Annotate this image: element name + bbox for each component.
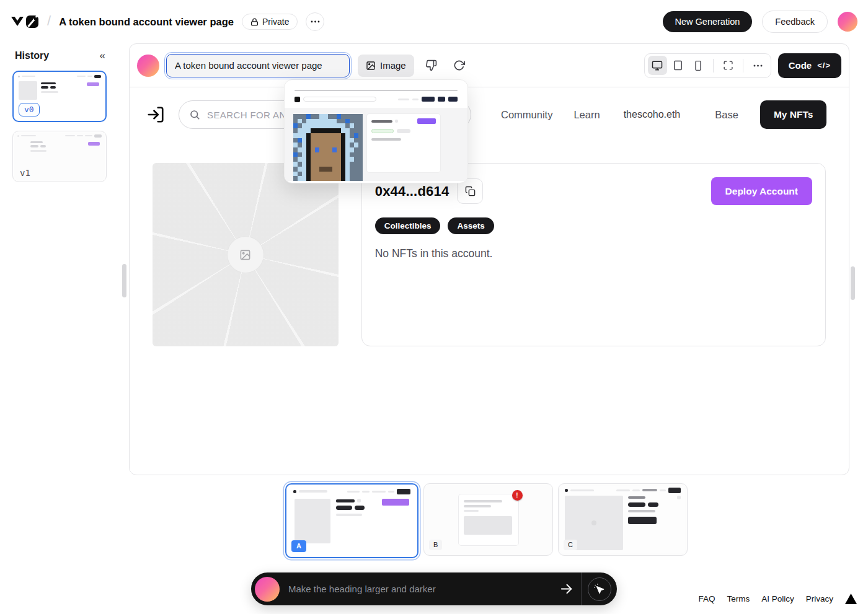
prompt-toolbar: Image xyxy=(130,44,849,87)
user-avatar[interactable] xyxy=(838,12,857,32)
error-badge: ! xyxy=(512,490,523,501)
nft-pixel-art xyxy=(293,114,363,181)
code-brackets-icon: </> xyxy=(817,61,831,70)
mini-logo xyxy=(294,97,300,102)
variant-b-label: B xyxy=(429,540,442,550)
v0-logo[interactable] xyxy=(11,14,39,30)
preview-more-button[interactable] xyxy=(748,56,768,75)
variant-a-label: A xyxy=(291,540,306,552)
chat-input[interactable] xyxy=(280,584,554,594)
desktop-view-button[interactable] xyxy=(648,56,667,75)
history-version-v1[interactable]: v1 xyxy=(12,131,107,182)
footer-ai-policy[interactable]: AI Policy xyxy=(761,594,794,603)
fullscreen-button[interactable] xyxy=(719,56,738,75)
regenerate-button[interactable] xyxy=(449,55,470,76)
image-attachment-button[interactable]: Image xyxy=(358,55,414,77)
footer-terms[interactable]: Terms xyxy=(727,594,750,603)
account-address: 0x44...d614 xyxy=(375,183,450,200)
ellipsis-icon xyxy=(311,20,320,23)
nav-learn[interactable]: Learn xyxy=(574,109,600,121)
tab-collectibles[interactable]: Collectibles xyxy=(375,217,441,234)
generation-panel: Image xyxy=(129,43,849,475)
history-version-v0[interactable]: v0 xyxy=(12,71,107,122)
attachment-mini-navbar xyxy=(294,94,458,104)
copy-icon xyxy=(465,186,476,196)
history-title: History xyxy=(15,50,49,61)
version-badge-v0: v0 xyxy=(19,103,40,116)
cursor-pointer-icon xyxy=(593,583,605,595)
device-toggle-group xyxy=(644,53,771,78)
variant-thumbnails: A ! B xyxy=(285,483,688,558)
variant-a-thumbnail xyxy=(288,486,415,555)
network-selector[interactable]: Base xyxy=(715,109,738,121)
resize-handle-left[interactable] xyxy=(122,264,126,297)
new-generation-button[interactable]: New Generation xyxy=(663,11,753,32)
lock-icon xyxy=(250,18,259,26)
search-icon xyxy=(189,109,200,120)
fullscreen-icon xyxy=(723,60,733,71)
feedback-button[interactable]: Feedback xyxy=(762,11,828,33)
image-icon xyxy=(366,61,376,71)
empty-state-message: No NFTs in this account. xyxy=(375,247,812,260)
prompt-input[interactable] xyxy=(166,54,350,77)
deploy-account-button[interactable]: Deploy Account xyxy=(711,177,812,205)
project-menu-button[interactable] xyxy=(306,12,324,31)
history-sidebar: History « xyxy=(10,50,109,182)
my-nfts-button[interactable]: My NFTs xyxy=(760,100,826,129)
variant-a[interactable]: A xyxy=(285,483,418,558)
prompt-avatar xyxy=(137,55,159,77)
code-button[interactable]: Code </> xyxy=(778,53,841,78)
site-body: 0x44...d614 Deploy Account Collectibles xyxy=(130,163,849,346)
generated-preview: SEARCH FOR AN Community Learn thescoho.e… xyxy=(130,87,849,475)
arrow-right-icon xyxy=(559,582,574,596)
wallet-ens[interactable]: thescoho.eth xyxy=(624,109,681,120)
tab-assets[interactable]: Assets xyxy=(448,217,494,234)
variant-c-thumbnail xyxy=(560,486,685,553)
vercel-logo-icon[interactable] xyxy=(845,594,857,604)
mini-account-card xyxy=(367,114,440,172)
tablet-view-button[interactable] xyxy=(668,56,688,75)
v0-app: / A token bound account viewer page Priv… xyxy=(0,0,868,614)
refresh-icon xyxy=(453,59,465,71)
resize-handle-right[interactable] xyxy=(851,266,855,300)
login-arrow-icon[interactable] xyxy=(146,105,165,124)
privacy-badge[interactable]: Private xyxy=(242,14,298,30)
mobile-view-button[interactable] xyxy=(689,56,708,75)
mini-search xyxy=(303,97,376,102)
footer-links: FAQ Terms AI Policy Privacy xyxy=(698,594,857,604)
thumbs-down-icon xyxy=(425,59,437,71)
variant-c[interactable]: C xyxy=(558,483,688,556)
ellipsis-icon xyxy=(753,64,763,67)
collapse-sidebar-icon[interactable]: « xyxy=(100,50,105,62)
account-card: 0x44...d614 Deploy Account Collectibles xyxy=(361,163,826,346)
chat-bar xyxy=(251,572,617,605)
variant-c-label: C xyxy=(564,540,577,550)
monitor-icon xyxy=(652,60,663,71)
attachment-mini-content xyxy=(285,108,467,181)
nft-image-placeholder xyxy=(153,163,339,346)
select-element-button[interactable] xyxy=(588,577,611,601)
send-button[interactable] xyxy=(554,577,578,602)
tablet-icon xyxy=(673,60,683,71)
footer-faq[interactable]: FAQ xyxy=(698,594,715,603)
nav-community[interactable]: Community xyxy=(501,109,552,121)
variant-b-thumbnail: ! xyxy=(426,486,551,553)
project-title: A token bound account viewer page xyxy=(59,16,234,28)
chat-avatar xyxy=(255,577,280,602)
thumbs-down-button[interactable] xyxy=(421,55,442,76)
version-label-v1: v1 xyxy=(20,168,30,178)
smartphone-icon xyxy=(693,61,703,71)
variant-b[interactable]: ! B xyxy=(423,483,553,556)
attachment-preview-popup xyxy=(284,79,468,183)
image-placeholder-icon xyxy=(239,249,251,261)
footer-privacy[interactable]: Privacy xyxy=(806,594,833,603)
breadcrumb-separator: / xyxy=(47,13,51,29)
site-header: SEARCH FOR AN Community Learn thescoho.e… xyxy=(130,87,849,142)
top-bar: / A token bound account viewer page Priv… xyxy=(0,0,868,43)
